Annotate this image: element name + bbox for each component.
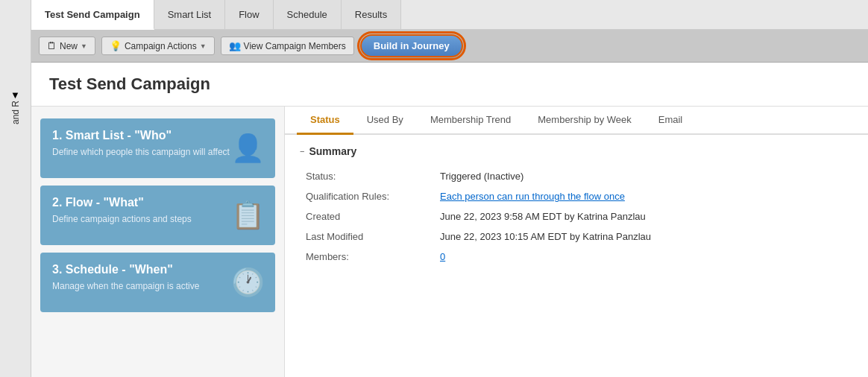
summary-field-label-0: Status: (300, 166, 434, 186)
detail-content: − Summary Status:Triggered (Inactive)Qua… (285, 135, 868, 377)
summary-row-4: Members:0 (300, 247, 853, 267)
smart-list-panel-icon: 👤 (231, 133, 265, 164)
new-icon: 🗒 (47, 40, 57, 51)
schedule-panel-icon: 🕐 (231, 267, 265, 298)
new-button[interactable]: 🗒 New ▼ (39, 37, 95, 55)
flow-panel[interactable]: 2. Flow - "What" Define campaign actions… (40, 186, 275, 245)
two-col-layout: 1. Smart List - "Who" Define which peopl… (31, 107, 868, 377)
sidebar-strip: ▼ and R (0, 0, 31, 377)
filter-icon[interactable]: ▼ (10, 89, 20, 101)
page-title: Test Send Campaign (49, 75, 850, 94)
inner-tab-used-by[interactable]: Used By (353, 107, 417, 135)
campaign-actions-button[interactable]: 💡 Campaign Actions ▼ (101, 37, 215, 55)
tab-results[interactable]: Results (342, 0, 401, 29)
new-dropdown-arrow: ▼ (81, 42, 87, 50)
summary-row-1: Qualification Rules:Each person can run … (300, 186, 853, 206)
campaign-actions-icon: 💡 (110, 40, 122, 51)
tab-test-send-campaign[interactable]: Test Send Campaign (31, 0, 154, 30)
tab-schedule[interactable]: Schedule (274, 0, 342, 29)
tab-flow[interactable]: Flow (225, 0, 273, 29)
summary-header: − Summary (300, 145, 853, 157)
view-campaign-members-button[interactable]: 👥 View Campaign Members (221, 37, 354, 55)
tab-smart-list[interactable]: Smart List (154, 0, 226, 29)
summary-table: Status:Triggered (Inactive)Qualification… (300, 166, 853, 267)
collapse-icon[interactable]: − (300, 147, 304, 156)
top-tab-bar: Test Send Campaign Smart List Flow Sched… (31, 0, 868, 30)
flow-panel-icon: 📋 (231, 200, 265, 231)
smart-list-panel[interactable]: 1. Smart List - "Who" Define which peopl… (40, 118, 275, 178)
view-members-icon: 👥 (229, 40, 241, 51)
summary-field-value-2: June 22, 2023 9:58 AM EDT by Katrina Pan… (434, 206, 853, 226)
inner-tab-bar: Status Used By Membership Trend Membersh… (285, 107, 868, 135)
summary-field-label-3: Last Modified (300, 226, 434, 247)
inner-tab-status[interactable]: Status (297, 107, 353, 135)
inner-tab-email[interactable]: Email (645, 107, 696, 135)
page-title-area: Test Send Campaign (31, 63, 868, 107)
summary-row-0: Status:Triggered (Inactive) (300, 166, 853, 186)
summary-field-label-4: Members: (300, 247, 434, 267)
summary-field-value-3: June 22, 2023 10:15 AM EDT by Katrina Pa… (434, 226, 853, 247)
summary-field-label-2: Created (300, 206, 434, 226)
main-content: Test Send Campaign Smart List Flow Sched… (31, 0, 868, 377)
inner-tab-membership-by-week[interactable]: Membership by Week (524, 107, 644, 135)
schedule-panel[interactable]: 3. Schedule - "When" Manage when the cam… (40, 253, 275, 312)
summary-row-3: Last ModifiedJune 22, 2023 10:15 AM EDT … (300, 226, 853, 247)
build-in-journey-button[interactable]: Build in Journey (360, 34, 463, 57)
page-content: Test Send Campaign 1. Smart List - "Who"… (31, 63, 868, 377)
summary-field-value-0: Triggered (Inactive) (434, 166, 853, 186)
summary-field-label-1: Qualification Rules: (300, 186, 434, 206)
right-panel: Status Used By Membership Trend Membersh… (285, 107, 868, 377)
toolbar-row: 🗒 New ▼ 💡 Campaign Actions ▼ 👥 View Camp… (31, 30, 868, 63)
summary-row-2: CreatedJune 22, 2023 9:58 AM EDT by Katr… (300, 206, 853, 226)
summary-field-value-1[interactable]: Each person can run through the flow onc… (434, 186, 853, 206)
summary-label: Summary (309, 145, 356, 157)
inner-tab-membership-trend[interactable]: Membership Trend (417, 107, 524, 135)
and-label: and R (10, 101, 21, 124)
left-panels: 1. Smart List - "Who" Define which peopl… (31, 107, 285, 377)
campaign-actions-dropdown-arrow: ▼ (200, 42, 207, 50)
summary-field-value-4[interactable]: 0 (434, 247, 853, 267)
